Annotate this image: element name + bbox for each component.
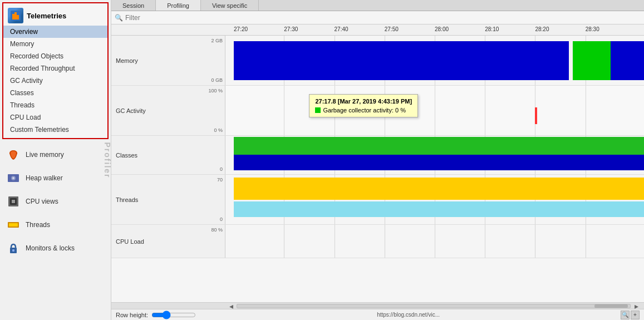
zoom-plus-btn[interactable]: +	[631, 311, 640, 319]
classes-y-min: 0	[220, 166, 223, 172]
nav-recorded-objects[interactable]: Recorded Objects	[3, 50, 107, 62]
svg-rect-13	[9, 223, 18, 227]
tool-monitors-locks[interactable]: Monitors & locks	[0, 237, 111, 259]
telemetries-icon	[8, 8, 23, 23]
tab-session[interactable]: Session	[111, 0, 156, 11]
top-tabs: Session Profiling View specific	[111, 0, 644, 11]
classes-bar-green	[234, 137, 644, 155]
nav-cpu-load[interactable]: CPU Load	[3, 111, 107, 124]
telemetries-header: Telemetries	[3, 6, 107, 26]
classes-chart-row: Classes 0	[111, 136, 644, 175]
timeline-ticks: 27:20 27:30 27:40 27:50 28:00 28:10 28:2…	[225, 24, 644, 35]
gc-chart-area[interactable]: 27:17.8 [Mar 27, 2019 4:43:19 PM] Garbag…	[225, 86, 644, 135]
gc-grid-7	[586, 86, 586, 135]
threads-y-max: 70	[217, 177, 223, 183]
classes-chart-area[interactable]	[225, 136, 644, 174]
cpu-grid-2	[335, 225, 335, 258]
tools-section: Live memory Heap walker CPU views	[0, 141, 111, 320]
profiler-label: Profiler	[103, 142, 111, 178]
svg-rect-3	[17, 15, 19, 19]
nav-custom-telemetries[interactable]: Custom Telemetries	[3, 124, 107, 136]
filter-bar: 🔍	[111, 11, 644, 24]
gc-y-max: 100 %	[208, 88, 223, 93]
nav-recorded-throughput[interactable]: Recorded Throughput	[3, 62, 107, 75]
tool-heap-walker[interactable]: Heap walker	[0, 167, 111, 189]
tool-live-memory[interactable]: Live memory	[0, 144, 111, 166]
threads-label-area: 70 Threads 0	[111, 175, 225, 224]
nav-gc-activity[interactable]: GC Activity	[3, 75, 107, 87]
tick-28-10: 28:10	[485, 26, 499, 32]
cpu-views-label: CPU views	[26, 198, 58, 205]
nav-memory[interactable]: Memory	[3, 38, 107, 50]
tab-view-specific[interactable]: View specific	[201, 0, 259, 11]
scrollbar-track[interactable]	[237, 304, 631, 308]
sidebar: Telemetries Overview Memory Recorded Obj…	[0, 0, 111, 320]
horizontal-scrollbar[interactable]: ◂ ▸	[111, 302, 644, 309]
threads-row-label: Threads	[116, 196, 220, 203]
classes-label-area: Classes 0	[111, 136, 225, 174]
nav-classes[interactable]: Classes	[3, 87, 107, 99]
cpu-row-label: CPU Load	[116, 238, 220, 245]
tab-profiling[interactable]: Profiling	[156, 0, 201, 11]
cpu-chart-area[interactable]	[225, 225, 644, 258]
gc-grid-4	[435, 86, 435, 135]
heap-walker-label: Heap walker	[26, 174, 63, 182]
cpu-views-icon	[6, 194, 21, 209]
cpu-grid-3	[385, 225, 385, 258]
threads-label: Threads	[26, 221, 50, 229]
scrollbar-thumb[interactable]	[594, 304, 628, 308]
nav-overview[interactable]: Overview	[3, 26, 107, 38]
row-height-slider[interactable]	[151, 311, 196, 319]
threads-bar-cyan	[234, 201, 644, 217]
svg-rect-15	[12, 249, 14, 252]
memory-y-min: 0 GB	[211, 77, 223, 83]
tick-27-50: 27:50	[385, 26, 399, 32]
memory-chart-area[interactable]	[225, 36, 644, 85]
memory-row-label: Memory	[116, 57, 220, 64]
classes-bar-blue	[234, 155, 644, 170]
tooltip-color-box	[315, 107, 321, 113]
monitors-locks-icon	[6, 240, 21, 256]
timeline-header: 27:20 27:30 27:40 27:50 28:00 28:10 28:2…	[111, 24, 644, 36]
tick-28-30: 28:30	[586, 26, 599, 32]
tick-28-00: 28:00	[435, 26, 449, 32]
cpu-grid-7	[586, 225, 586, 258]
threads-icon	[6, 217, 21, 233]
heap-walker-icon	[6, 170, 21, 186]
telemetries-section: Telemetries Overview Memory Recorded Obj…	[2, 2, 109, 139]
tick-28-20: 28:20	[535, 26, 549, 32]
url-bar: https://blog.csdn.net/vic...	[377, 312, 440, 318]
gc-y-min: 0 %	[214, 127, 223, 133]
tooltip-title: 27:17.8 [Mar 27, 2019 4:43:19 PM]	[315, 98, 412, 105]
zoom-search-btn[interactable]: 🔍	[621, 311, 630, 319]
chart-container: 27:20 27:30 27:40 27:50 28:00 28:10 28:2…	[111, 24, 644, 320]
gc-grid-5	[485, 86, 485, 135]
gc-tooltip: 27:17.8 [Mar 27, 2019 4:43:19 PM] Garbag…	[309, 94, 418, 117]
svg-rect-1	[12, 14, 14, 19]
threads-chart-area[interactable]	[225, 175, 644, 224]
gc-spike	[535, 107, 537, 124]
gc-label-area: 100 % GC Activity 0 %	[111, 86, 225, 135]
gc-grid	[225, 86, 644, 135]
memory-bar-blue	[234, 41, 569, 80]
chart-rows: 2 GB Memory 0 GB	[111, 36, 644, 302]
monitors-locks-label: Monitors & locks	[26, 244, 75, 252]
tick-27-40: 27:40	[335, 26, 348, 32]
main-area: Session Profiling View specific 🔍 27:20 …	[111, 0, 644, 320]
svg-point-8	[12, 177, 14, 179]
memory-chart-row: 2 GB Memory 0 GB	[111, 36, 644, 86]
gc-row-label: GC Activity	[116, 107, 220, 114]
cpu-grid-6	[535, 225, 535, 258]
row-height-label: Row height:	[116, 312, 148, 318]
zoom-controls: 🔍 +	[621, 311, 640, 319]
memory-bar-blue-right	[611, 41, 644, 80]
svg-rect-11	[12, 200, 15, 203]
tool-threads[interactable]: Threads	[0, 214, 111, 236]
tool-cpu-views[interactable]: CPU views	[0, 190, 111, 213]
filter-input[interactable]	[125, 14, 641, 22]
memory-label-area: 2 GB Memory 0 GB	[111, 36, 225, 85]
cpu-grid-5	[485, 225, 485, 258]
filter-icon: 🔍	[115, 14, 123, 22]
live-memory-label: Live memory	[26, 151, 64, 159]
nav-threads[interactable]: Threads	[3, 99, 107, 111]
